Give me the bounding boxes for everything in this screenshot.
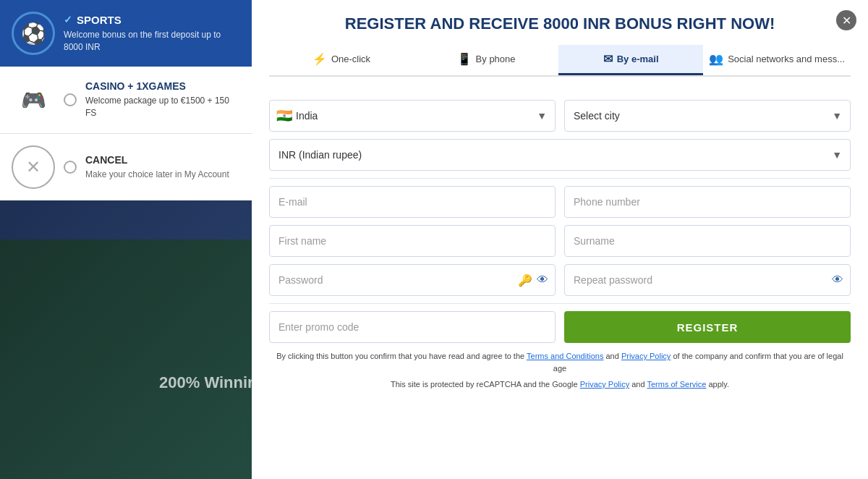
currency-select[interactable]: INR (Indian rupee)	[269, 139, 851, 171]
phone-icon: 📱	[457, 52, 472, 66]
cancel-description: Make your choice later in My Account	[85, 169, 229, 181]
tab-by-phone[interactable]: 📱 By phone	[414, 45, 558, 75]
sports-icon: ⚽	[12, 12, 55, 55]
password-field-wrapper: 🔑 👁	[269, 264, 556, 296]
casino-description: Welcome package up to €1500 + 150 FS	[85, 95, 242, 119]
terms-text: By clicking this button you confirm that…	[269, 350, 851, 374]
promo-field-wrapper	[269, 311, 556, 343]
left-panel: ⚽ ✓ SPORTS Welcome bonus on the first de…	[0, 0, 253, 479]
lightning-icon: ⚡	[312, 52, 327, 66]
firstname-input[interactable]	[269, 225, 556, 257]
divider-1	[269, 178, 851, 179]
tab-one-click[interactable]: ⚡ One-click	[269, 45, 414, 75]
password-icons: 🔑 👁	[518, 274, 548, 287]
cancel-info: CANCEL Make your choice later in My Acco…	[85, 154, 229, 181]
sports-option-card[interactable]: ⚽ ✓ SPORTS Welcome bonus on the first de…	[0, 0, 253, 67]
firstname-field-wrapper	[269, 225, 556, 257]
country-city-row: 🇮🇳 India ▼ Select city ▼	[269, 100, 851, 132]
social-icon: 👥	[709, 52, 723, 66]
key-icon[interactable]: 🔑	[518, 274, 532, 287]
casino-title: CASINO + 1XGAMES	[85, 80, 242, 92]
cancel-option-card[interactable]: ✕ CANCEL Make your choice later in My Ac…	[0, 134, 253, 200]
promo-register-row: REGISTER	[269, 311, 851, 343]
casino-icon: 🎮	[12, 78, 55, 122]
tab-by-email[interactable]: ✉ By e-mail	[558, 45, 703, 75]
sports-description: Welcome bonus on the first deposit up to…	[64, 29, 242, 54]
repeat-password-icons: 👁	[832, 274, 843, 287]
phone-input[interactable]	[564, 186, 851, 218]
email-field-wrapper	[269, 186, 556, 218]
casino-option-card[interactable]: 🎮 CASINO + 1XGAMES Welcome package up to…	[0, 67, 253, 134]
phone-field-wrapper	[564, 186, 851, 218]
sports-info: ✓ SPORTS Welcome bonus on the first depo…	[64, 14, 242, 54]
currency-row: INR (Indian rupee) ▼	[269, 139, 851, 171]
surname-field-wrapper	[564, 225, 851, 257]
promo-code-input[interactable]	[269, 311, 556, 343]
register-button[interactable]: REGISTER	[564, 311, 851, 343]
registration-modal: ✕ REGISTER AND RECEIVE 8000 INR BONUS RI…	[252, 0, 868, 479]
modal-body: 🇮🇳 India ▼ Select city ▼ INR (Indian rup…	[252, 88, 868, 402]
repeat-password-input[interactable]	[564, 264, 851, 296]
recaptcha-terms-link[interactable]: Terms of Service	[647, 380, 706, 389]
email-icon: ✉	[603, 52, 613, 66]
close-button[interactable]: ✕	[836, 10, 856, 30]
surname-input[interactable]	[564, 225, 851, 257]
modal-header: REGISTER AND RECEIVE 8000 INR BONUS RIGH…	[252, 0, 868, 88]
check-icon: ✓	[64, 14, 72, 25]
sports-title: ✓ SPORTS	[64, 14, 242, 26]
casino-info: CASINO + 1XGAMES Welcome package up to €…	[85, 80, 242, 119]
recaptcha-text: This site is protected by reCAPTCHA and …	[269, 378, 851, 391]
modal-title: REGISTER AND RECEIVE 8000 INR BONUS RIGH…	[269, 14, 851, 33]
email-phone-row	[269, 186, 851, 218]
name-row	[269, 225, 851, 257]
cancel-icon: ✕	[12, 145, 55, 189]
terms-link[interactable]: Terms and Conditions	[527, 352, 603, 360]
cancel-radio[interactable]	[64, 161, 77, 174]
currency-field: INR (Indian rupee) ▼	[269, 139, 851, 171]
city-select[interactable]: Select city	[564, 100, 851, 132]
country-select[interactable]: India	[269, 100, 556, 132]
password-input[interactable]	[269, 264, 556, 296]
country-field: 🇮🇳 India ▼	[269, 100, 556, 132]
email-input[interactable]	[269, 186, 556, 218]
eye-icon[interactable]: 👁	[537, 274, 548, 287]
registration-tabs: ⚡ One-click 📱 By phone ✉ By e-mail 👥 Soc…	[269, 45, 851, 77]
city-field: Select city ▼	[564, 100, 851, 132]
password-row: 🔑 👁 👁	[269, 264, 851, 296]
cancel-title: CANCEL	[85, 154, 229, 166]
tab-social[interactable]: 👥 Social networks and mess...	[703, 45, 851, 75]
country-flag: 🇮🇳	[276, 108, 292, 124]
recaptcha-privacy-link[interactable]: Privacy Policy	[580, 380, 629, 389]
casino-radio[interactable]	[64, 93, 77, 106]
privacy-policy-link[interactable]: Privacy Policy	[621, 352, 671, 360]
repeat-eye-icon[interactable]: 👁	[832, 274, 843, 287]
repeat-password-field-wrapper: 👁	[564, 264, 851, 296]
divider-2	[269, 303, 851, 304]
